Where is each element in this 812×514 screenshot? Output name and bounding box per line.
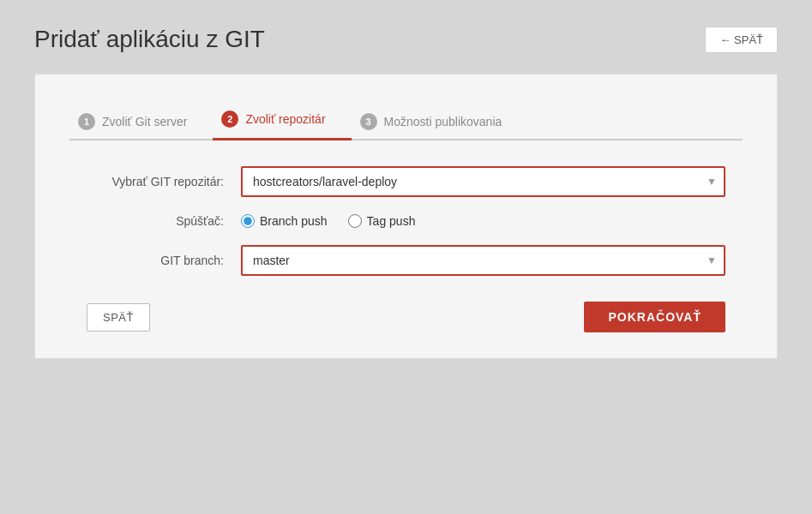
- step-2-label: Zvoliť repozitár: [245, 112, 325, 126]
- tag-push-option[interactable]: Tag push: [348, 214, 416, 228]
- branch-select-container: master ▼: [241, 245, 725, 276]
- trigger-options-wrapper: Branch push Tag push: [241, 214, 725, 228]
- steps-nav: 1 Zvoliť Git server 2 Zvoliť repozitár 3…: [69, 100, 743, 140]
- repo-label: Vybrať GIT repozitár:: [87, 175, 241, 188]
- step-3-badge: 3: [360, 113, 377, 130]
- step-1[interactable]: 1 Zvoliť Git server: [69, 105, 213, 140]
- branch-row: GIT branch: master ▼: [87, 245, 725, 276]
- branch-push-radio[interactable]: [241, 214, 255, 228]
- trigger-radio-group: Branch push Tag push: [241, 214, 725, 228]
- repo-select-container: hostcreators/laravel-deploy ▼: [241, 166, 725, 197]
- step-2-badge: 2: [221, 111, 238, 128]
- back-button[interactable]: SPÄŤ: [87, 303, 150, 332]
- step-3[interactable]: 3 Možnosti publikovania: [352, 105, 528, 140]
- trigger-label: Spúšťač:: [87, 214, 241, 228]
- branch-label: GIT branch:: [87, 254, 241, 267]
- branch-select-wrapper: master ▼: [241, 245, 725, 276]
- repo-select[interactable]: hostcreators/laravel-deploy: [241, 166, 725, 197]
- repo-select-wrapper: hostcreators/laravel-deploy ▼: [241, 166, 725, 197]
- branch-push-option[interactable]: Branch push: [241, 214, 328, 228]
- step-2[interactable]: 2 Zvoliť repozitár: [213, 102, 351, 140]
- continue-button[interactable]: POKRAČOVAŤ: [584, 302, 725, 332]
- form-section: Vybrať GIT repozitár: hostcreators/larav…: [69, 166, 743, 332]
- branch-select[interactable]: master: [241, 245, 725, 276]
- branch-push-label: Branch push: [260, 214, 328, 228]
- step-1-badge: 1: [78, 113, 95, 130]
- main-card: 1 Zvoliť Git server 2 Zvoliť repozitár 3…: [34, 74, 778, 359]
- trigger-row: Spúšťač: Branch push Tag push: [87, 214, 725, 228]
- tag-push-label: Tag push: [367, 214, 416, 228]
- page-title: Pridať aplikáciu z GIT: [34, 26, 265, 53]
- tag-push-radio[interactable]: [348, 214, 362, 228]
- form-footer: SPÄŤ POKRAČOVAŤ: [87, 302, 725, 332]
- repo-row: Vybrať GIT repozitár: hostcreators/larav…: [87, 166, 725, 197]
- back-top-button[interactable]: ← SPÄŤ: [705, 27, 778, 53]
- step-3-label: Možnosti publikovania: [384, 115, 502, 128]
- step-1-label: Zvoliť Git server: [102, 115, 187, 128]
